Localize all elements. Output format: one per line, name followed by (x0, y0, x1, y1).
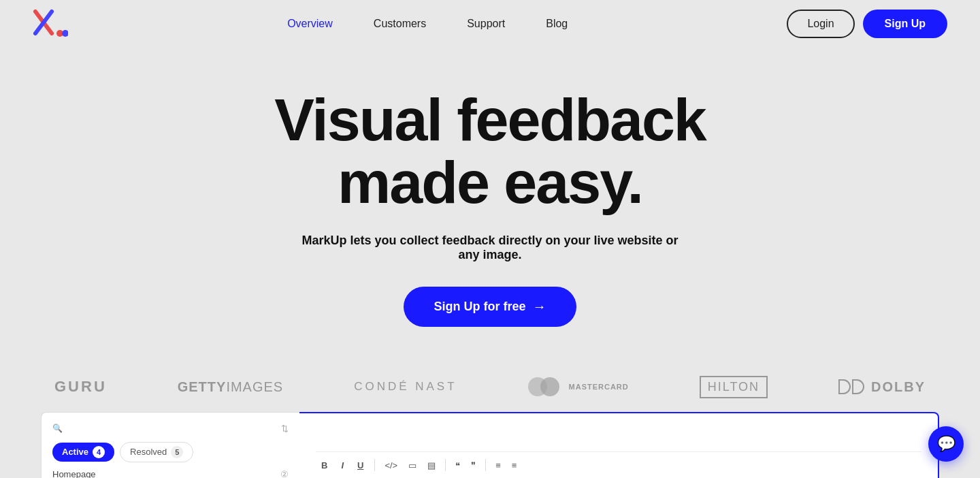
logo-dolby: DOLBY (838, 379, 926, 395)
toolbar-quote-open-icon[interactable]: ❝ (451, 458, 464, 473)
preview-panel-right: B I U </> ▭ ▤ ❝ ❞ ≡ ≡ (299, 412, 939, 478)
cta-button[interactable]: Sign Up for free → (404, 287, 576, 327)
toolbar-table-icon[interactable]: ▤ (423, 458, 440, 473)
nav-item-blog[interactable]: Blog (546, 18, 568, 29)
toolbar-divider-3 (485, 459, 486, 471)
hero-brand: MarkUp (301, 234, 346, 247)
chat-icon: 💬 (937, 435, 956, 453)
preview-tabs: Active 4 Resolved 5 (52, 442, 289, 462)
toolbar-code-icon[interactable]: </> (380, 458, 402, 473)
toolbar-box-icon[interactable]: ▭ (404, 458, 421, 473)
logo-guru: GURU (54, 378, 107, 396)
hero-title: Visual feedbackmade easy. (274, 89, 706, 214)
sort-icon: ⇅ (281, 424, 289, 434)
logo-hilton: Hilton (700, 376, 768, 398)
login-button[interactable]: Login (787, 10, 854, 38)
dolby-d-icon (838, 379, 851, 394)
nav-item-overview[interactable]: Overview (287, 18, 333, 29)
signup-button[interactable]: Sign Up (863, 10, 947, 38)
logo-condenast: CONDÉ NAST (354, 380, 457, 394)
tab-active[interactable]: Active 4 (52, 443, 114, 462)
preview-homepage-row: Homepage ② (52, 469, 289, 478)
navigation: Overview Customers Support Blog Login Si… (0, 0, 980, 48)
hero-subtitle-rest: lets you collect feedback directly on yo… (346, 234, 678, 261)
search-icon: 🔍 (52, 424, 63, 433)
chat-widget[interactable]: 💬 (928, 426, 964, 462)
toolbar-ordered-list-icon[interactable]: ≡ (508, 458, 521, 473)
cta-arrow-icon: → (533, 299, 546, 315)
svg-point-3 (62, 30, 68, 37)
toolbar-divider-2 (445, 459, 446, 471)
tab-resolved[interactable]: Resolved 5 (120, 442, 193, 462)
logo[interactable] (33, 9, 68, 39)
preview-search: 🔍 ⇅ (52, 424, 289, 434)
nav-item-customers[interactable]: Customers (374, 18, 426, 29)
toolbar-quote-close-icon[interactable]: ❞ (467, 458, 480, 473)
toolbar-list-icon[interactable]: ≡ (491, 458, 505, 473)
logo-mastercard: MasterCard (528, 377, 629, 396)
hero-section: Visual feedbackmade easy. MarkUp lets yo… (0, 48, 980, 354)
mastercard-circle-right (540, 377, 559, 396)
dolby-d2-icon (852, 379, 864, 394)
preview-panel-left: 🔍 ⇅ Active 4 Resolved 5 Homepage ② (41, 412, 299, 478)
product-preview: 🔍 ⇅ Active 4 Resolved 5 Homepage ② B I U (41, 412, 939, 478)
logos-bar: GURU gettyimages CONDÉ NAST MasterCard H… (0, 354, 980, 412)
toolbar-underline[interactable]: U (352, 458, 369, 473)
nav-actions: Login Sign Up (787, 10, 947, 38)
toolbar-italic[interactable]: I (336, 458, 349, 473)
toolbar-bold[interactable]: B (316, 458, 333, 473)
nav-links: Overview Customers Support Blog (287, 18, 568, 30)
toolbar-divider-1 (374, 459, 375, 471)
editor-toolbar: B I U </> ▭ ▤ ❝ ❞ ≡ ≡ (316, 451, 921, 473)
hero-subtitle: MarkUp lets you collect feedback directl… (299, 234, 681, 262)
editor-toolbar-area: B I U </> ▭ ▤ ❝ ❞ ≡ ≡ (299, 451, 938, 473)
logo-gettyimages: gettyimages (178, 379, 283, 395)
cta-label: Sign Up for free (434, 300, 525, 314)
nav-item-support[interactable]: Support (467, 18, 505, 29)
homepage-count-icon: ② (280, 469, 289, 478)
